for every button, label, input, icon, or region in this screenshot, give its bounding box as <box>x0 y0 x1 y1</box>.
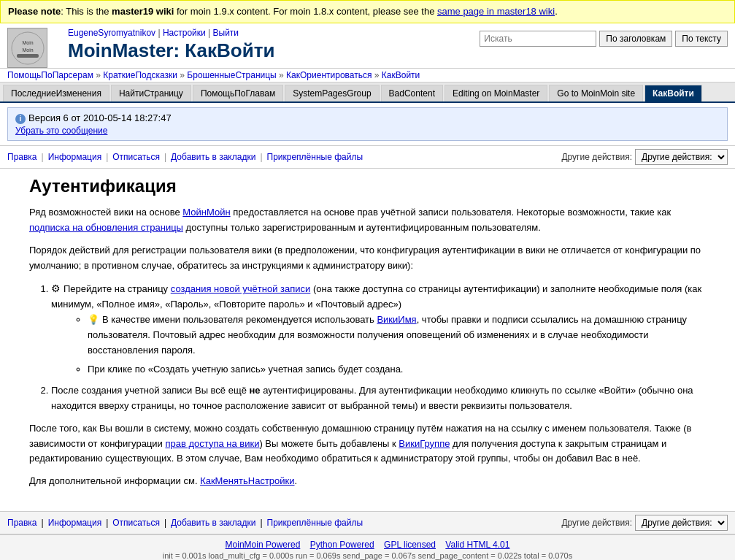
edit-link[interactable]: Правка <box>7 152 37 162</box>
tab-editing[interactable]: Editing on MoinMaster <box>445 85 547 101</box>
step-1-sub-1: 💡В качестве имени пользователя рекоменду… <box>88 312 706 358</box>
page-name: КакВойти <box>185 39 274 61</box>
footer-sep-2: | <box>106 518 108 528</box>
svg-rect-3 <box>17 54 39 58</box>
footer-info-link[interactable]: Информация <box>48 518 101 528</box>
breadcrumb-link-5[interactable]: КакВойти <box>382 70 420 80</box>
breadcrumb-link-2[interactable]: КраткиеПодсказки <box>103 70 177 80</box>
notice-banner: Please note: This is the master19 wiki f… <box>0 0 735 23</box>
svg-text:Moin: Moin <box>22 47 33 53</box>
banner-bold: Please note <box>8 6 61 17</box>
change-settings-link[interactable]: КакМенятьНастройки <box>200 475 294 486</box>
username-link[interactable]: EugeneSyromyatnikov <box>68 28 155 38</box>
bookmark-link[interactable]: Добавить в закладки <box>171 152 255 162</box>
create-account-link[interactable]: создания новой учётной записи <box>171 283 311 294</box>
other-actions-select[interactable]: Другие действия: <box>635 149 728 165</box>
tab-bad-content[interactable]: BadContent <box>381 85 443 101</box>
version-notice: iВерсия 6 от 2010-05-14 18:27:47 Убрать … <box>7 107 728 141</box>
sep-4: | <box>260 152 262 162</box>
step-1-sub-2: При клике по «Создать учетную запись» уч… <box>88 362 706 377</box>
gear-icon: ⚙ <box>51 280 61 296</box>
footer-sep-1: | <box>42 518 44 528</box>
footer-attachments-link[interactable]: Прикреплённые файлы <box>267 518 363 528</box>
sep-1: | <box>42 152 44 162</box>
logo-area: Moin Moin <box>7 28 53 68</box>
footer-other-actions-group: Другие действия: Другие действия: <box>561 515 728 531</box>
wiki-name-link[interactable]: ВикиИмя <box>377 314 416 325</box>
breadcrumb: ПомощьПоПарсерам » КраткиеПодсказки » Бр… <box>0 69 735 83</box>
footer-sep-4: | <box>260 518 262 528</box>
html-valid-link[interactable]: Valid HTML 4.01 <box>445 540 509 550</box>
search-by-title-button[interactable]: По заголовкам <box>599 31 672 47</box>
tab-moinmoin-site[interactable]: Go to MoinMoin site <box>549 85 643 101</box>
footer-sep-3: | <box>164 518 166 528</box>
tab-last-changes[interactable]: ПоследниеИзменения <box>3 85 109 101</box>
moinmoin-link[interactable]: МойнМойн <box>182 207 230 218</box>
site-name: MoinMaster: <box>68 39 185 61</box>
other-actions-group: Другие действия: Другие действия: <box>561 149 728 165</box>
para-1: Ряд возможностей вики на основе МойнМойн… <box>29 205 706 236</box>
wiki-group-link[interactable]: ВикиГруппе <box>399 438 450 449</box>
user-line: EugeneSyromyatnikov | Настройки | Выйти <box>68 28 480 38</box>
settings-link[interactable]: Настройки <box>163 28 206 38</box>
banner-text-mid: for moin 1.9.x content. For moin 1.8.x c… <box>174 6 437 17</box>
tab-system-pages[interactable]: SystemPagesGroup <box>285 85 379 101</box>
footer-links: MoinMoin Powered Python Powered GPL lice… <box>7 540 728 550</box>
top-action-bar: Правка | Информация | Отписаться | Добав… <box>0 145 735 169</box>
python-powered-link[interactable]: Python Powered <box>310 540 374 550</box>
subscribe-link[interactable]: подписка на обновления страницы <box>29 222 183 233</box>
logout-link[interactable]: Выйти <box>213 28 239 38</box>
step-2-bold: не <box>249 385 260 396</box>
search-area: По заголовкам По тексту <box>480 31 728 47</box>
breadcrumb-link-1[interactable]: ПомощьПоПарсерам <box>7 70 93 80</box>
banner-master18-link[interactable]: same page in master18 wiki <box>437 6 555 17</box>
footer-edit-link[interactable]: Правка <box>7 518 37 528</box>
step-1-sublist: 💡В качестве имени пользователя рекоменду… <box>88 312 706 377</box>
sep-3: | <box>164 152 166 162</box>
steps-list: ⚙Перейдите на страницу создания новой уч… <box>51 280 706 413</box>
banner-text-end: . <box>555 6 558 17</box>
bulb-icon: 💡 <box>88 312 99 328</box>
tab-bar: ПоследниеИзменения НайтиСтраницу ПомощьП… <box>0 83 735 103</box>
title-area: EugeneSyromyatnikov | Настройки | Выйти … <box>68 28 480 62</box>
para-4: Для дополнительной информации см. КакМен… <box>29 474 706 489</box>
para-3: После того, как Вы вошли в систему, можн… <box>29 421 706 467</box>
search-input[interactable] <box>480 31 596 47</box>
attachments-link[interactable]: Прикреплённые файлы <box>267 152 363 162</box>
banner-text-body: : This is the <box>61 6 112 17</box>
tab-find-page[interactable]: НайтиСтраницу <box>111 85 191 101</box>
logo-image: Moin Moin <box>7 28 47 68</box>
gpl-link[interactable]: GPL licensed <box>384 540 436 550</box>
bottom-action-bar: Правка | Информация | Отписаться | Добав… <box>0 511 735 534</box>
header: Moin Moin EugeneSyromyatnikov | Настройк… <box>0 23 735 69</box>
footer-other-actions-label: Другие действия: <box>561 518 632 528</box>
footer-unsubscribe-link[interactable]: Отписаться <box>112 518 160 528</box>
info-icon: i <box>15 114 26 124</box>
unsubscribe-link[interactable]: Отписаться <box>112 152 160 162</box>
search-by-text-button[interactable]: По тексту <box>675 31 728 47</box>
footer: MoinMoin Powered Python Powered GPL lice… <box>0 534 735 560</box>
info-link[interactable]: Информация <box>48 152 101 162</box>
page-title: MoinMaster: КакВойти <box>68 39 480 62</box>
access-rights-link[interactable]: прав доступа на вики <box>165 438 259 449</box>
svg-text:Moin: Moin <box>22 40 33 45</box>
tab-how-to-login[interactable]: КакВойти <box>644 85 702 101</box>
version-text: Версия 6 от 2010-05-14 18:27:47 <box>28 112 172 123</box>
step-2: После создания учетной записи Вы всё ещё… <box>51 383 706 414</box>
footer-bookmark-link[interactable]: Добавить в закладки <box>171 518 255 528</box>
footer-other-actions-select[interactable]: Другие действия: <box>635 515 728 531</box>
other-actions-label: Другие действия: <box>561 152 632 162</box>
footer-stats: init = 0.001s load_multi_cfg = 0.000s ru… <box>7 551 728 560</box>
dismiss-link[interactable]: Убрать это сообщение <box>15 126 720 136</box>
content-heading: Аутентификация <box>29 176 706 196</box>
tab-help-chapters[interactable]: ПомощьПоГлавам <box>193 85 283 101</box>
breadcrumb-link-4[interactable]: КакОриентироваться <box>286 70 372 80</box>
sep-2: | <box>106 152 108 162</box>
breadcrumb-link-3[interactable]: БрошенныеСтраницы <box>187 70 276 80</box>
banner-wiki-name: master19 wiki <box>112 6 174 17</box>
para-2: Порядок действий для регистрации пользов… <box>29 243 706 274</box>
step-1: ⚙Перейдите на страницу создания новой уч… <box>51 280 706 377</box>
moinmoin-powered-link[interactable]: MoinMoin Powered <box>226 540 301 550</box>
main-content: Аутентификация Ряд возможностей вики на … <box>0 169 735 511</box>
